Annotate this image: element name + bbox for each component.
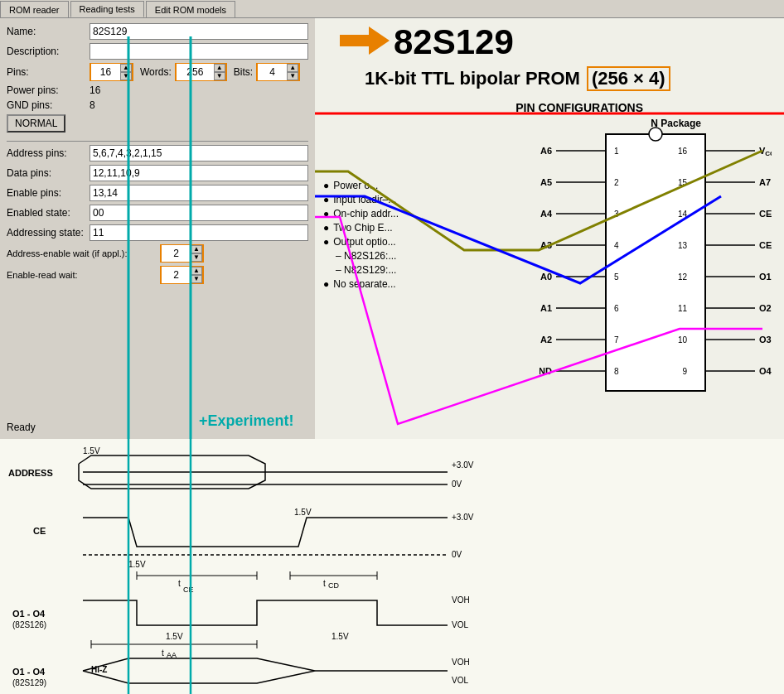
enable-read-wait-up[interactable]: ▲ <box>191 267 202 275</box>
svg-text:VOL: VOL <box>452 676 468 685</box>
svg-text:1.5V: 1.5V <box>332 632 349 641</box>
words-spinner[interactable]: ▲ ▼ <box>175 63 227 81</box>
words-input[interactable] <box>177 64 214 80</box>
enable-pins-row: Enable pins: <box>7 185 308 201</box>
enabled-state-input[interactable] <box>90 205 308 221</box>
enabled-state-row: Enabled state: <box>7 205 308 221</box>
addressing-state-label: Addressing state: <box>7 227 90 239</box>
svg-text:(82S129): (82S129) <box>12 678 46 687</box>
enable-read-wait-down[interactable]: ▼ <box>191 275 202 283</box>
name-input[interactable] <box>90 23 308 40</box>
timing-svg: ADDRESS +3.0V 0V 1.5V CE +3.0V 0V 1.5V 1… <box>0 439 784 694</box>
svg-text:14: 14 <box>678 210 688 219</box>
addr-enable-wait-up[interactable]: ▲ <box>191 245 202 253</box>
pins-up[interactable]: ▲ <box>120 64 132 72</box>
enable-pins-label: Enable pins: <box>7 187 90 199</box>
svg-text:O1 - O4: O1 - O4 <box>12 667 46 677</box>
gnd-pins-value: 8 <box>90 99 95 111</box>
svg-text:1.5V: 1.5V <box>166 632 183 641</box>
bits-input[interactable] <box>258 64 287 80</box>
tab-reading-tests[interactable]: Reading tests <box>70 1 144 17</box>
pins-label: Pins: <box>7 66 90 78</box>
svg-text:7: 7 <box>614 335 619 345</box>
svg-text:O2: O2 <box>759 303 772 313</box>
enable-read-wait-input[interactable] <box>162 267 191 283</box>
svg-text:O1 - O4: O1 - O4 <box>12 609 46 619</box>
svg-text:O4: O4 <box>759 366 772 376</box>
tab-bar: ROM reader Reading tests Edit ROM models <box>0 0 784 18</box>
svg-text:3: 3 <box>614 210 619 219</box>
svg-text:1.5V: 1.5V <box>83 446 100 455</box>
svg-rect-1 <box>606 134 705 391</box>
data-pins-row: Data pins: <box>7 165 308 181</box>
svg-text:6: 6 <box>614 304 619 313</box>
svg-text:A5: A5 <box>540 177 552 187</box>
chip-subtitle: 1K-bit TTL bipolar PROM (256 × 4) <box>365 66 670 91</box>
address-pins-input[interactable] <box>90 145 308 161</box>
pins-input[interactable] <box>91 64 120 80</box>
svg-text:11: 11 <box>678 304 688 313</box>
svg-marker-0 <box>340 27 390 55</box>
words-up[interactable]: ▲ <box>214 64 225 72</box>
bits-up[interactable]: ▲ <box>287 64 298 72</box>
svg-text:16: 16 <box>678 147 688 156</box>
normal-button[interactable]: NORMAL <box>7 114 65 133</box>
svg-point-2 <box>649 128 662 141</box>
svg-text:A2: A2 <box>540 335 552 345</box>
enable-read-wait-spinner[interactable]: ▲ ▼ <box>160 266 204 284</box>
description-input[interactable] <box>90 43 308 60</box>
svg-text:A7: A7 <box>759 177 771 187</box>
svg-text:+3.0V: +3.0V <box>452 460 474 470</box>
tab-rom-reader[interactable]: ROM reader <box>0 1 69 17</box>
addressing-state-row: Addressing state: <box>7 224 308 241</box>
svg-text:2: 2 <box>614 178 619 187</box>
svg-text:CE: CE <box>183 586 194 594</box>
addr-enable-wait-spinner[interactable]: ▲ ▼ <box>160 244 204 263</box>
svg-text:VOH: VOH <box>452 595 470 605</box>
enable-pins-input[interactable] <box>90 185 308 201</box>
tab-edit-rom-models[interactable]: Edit ROM models <box>146 1 235 17</box>
chip-subtitle-formula: (256 × 4) <box>587 66 670 91</box>
svg-text:O3: O3 <box>759 335 772 345</box>
svg-text:A0: A0 <box>540 272 552 282</box>
words-down[interactable]: ▼ <box>214 72 225 80</box>
addr-enable-wait-down[interactable]: ▼ <box>191 253 202 262</box>
svg-text:t: t <box>323 579 326 588</box>
svg-text:13: 13 <box>678 241 688 250</box>
svg-text:+3.0V: +3.0V <box>452 513 474 522</box>
svg-text:(82S126): (82S126) <box>12 620 46 629</box>
svg-text:A3: A3 <box>540 240 552 250</box>
pin-config-title: PIN CONFIGURATIONS <box>515 101 643 114</box>
addr-enable-wait-label: Address-enable wait (if appl.): <box>7 248 160 258</box>
enable-read-wait-row: Enable-read wait: ▲ ▼ <box>7 266 308 284</box>
bullet-list: ●Power o... ●Input loadir–... ●On-chip a… <box>323 180 497 292</box>
svg-text:9: 9 <box>682 367 687 376</box>
power-pins-value: 16 <box>90 84 100 96</box>
svg-text:GND: GND <box>540 366 552 376</box>
experiment-button[interactable]: +Experiment! <box>199 412 294 430</box>
addr-enable-wait-input[interactable] <box>162 245 191 262</box>
svg-text:CE: CE <box>33 526 46 536</box>
svg-text:1.5V: 1.5V <box>128 560 146 569</box>
words-label: Words: <box>140 66 172 78</box>
svg-text:CE1: CE1 <box>759 240 772 250</box>
svg-text:A1: A1 <box>540 303 552 313</box>
bits-spinner[interactable]: ▲ ▼ <box>256 63 300 81</box>
right-panel: 82S129 1K-bit TTL bipolar PROM (256 × 4)… <box>315 18 784 441</box>
svg-text:1.5V: 1.5V <box>294 508 312 517</box>
pins-down[interactable]: ▼ <box>120 72 132 80</box>
bits-down[interactable]: ▼ <box>287 72 298 80</box>
svg-text:VOL: VOL <box>452 620 468 629</box>
svg-text:VCC: VCC <box>759 146 772 157</box>
svg-text:A4: A4 <box>540 209 553 219</box>
address-pins-row: Address pins: <box>7 145 308 161</box>
addressing-state-input[interactable] <box>90 224 308 241</box>
data-pins-label: Data pins: <box>7 167 90 179</box>
svg-text:1: 1 <box>614 147 619 156</box>
data-pins-input[interactable] <box>90 165 308 181</box>
chip-subtitle-text: 1K-bit TTL bipolar PROM <box>365 68 580 89</box>
enable-read-wait-label: Enable-read wait: <box>7 270 160 280</box>
pins-spinner[interactable]: ▲ ▼ <box>90 63 133 81</box>
svg-text:CE2: CE2 <box>759 209 772 219</box>
pins-row: Pins: ▲ ▼ Words: ▲ ▼ Bits: ▲ ▼ <box>7 63 308 81</box>
